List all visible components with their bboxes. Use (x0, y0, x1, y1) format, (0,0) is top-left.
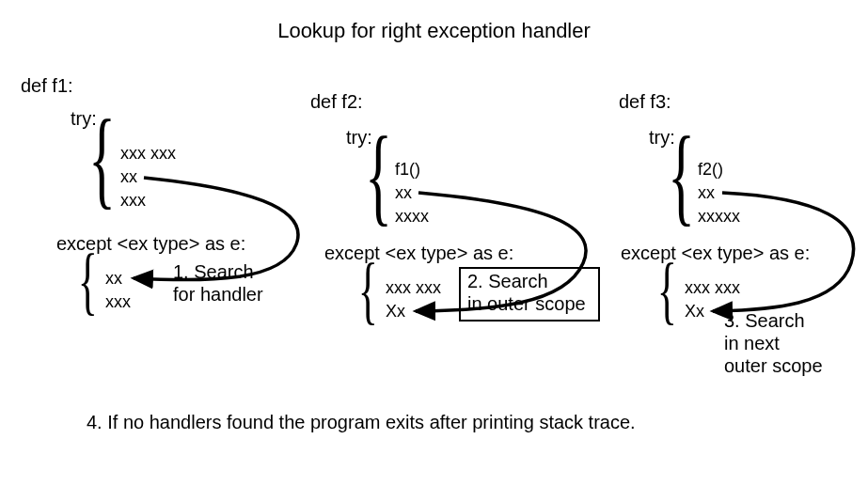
f1-try-line-2: xx (120, 167, 137, 187)
f2-try-line-2: xx (395, 183, 412, 203)
annotation-3-line-3: outer scope (724, 355, 823, 377)
f1-try-line-3: xxx (120, 191, 146, 211)
annotation-3-line-1: 3. Search (724, 310, 805, 332)
f1-try-line-1: xxx xxx (120, 144, 176, 164)
f2-except-line-2: Xx (386, 302, 405, 322)
f1-def: def f1: (21, 75, 73, 97)
annotation-2-line-2: in outer scope (467, 293, 586, 315)
f3-try-line-1: f2() (698, 160, 723, 180)
annotation-1-line-2: for handler (173, 284, 263, 306)
brace-icon: { (365, 113, 392, 238)
annotation-2-line-1: 2. Search (467, 271, 548, 292)
f3-def: def f3: (619, 91, 671, 113)
f3-except-line-2: Xx (685, 302, 704, 322)
f2-except-line-1: xxx xxx (386, 278, 441, 298)
f2-except: except <ex type> as e: (324, 243, 513, 264)
f3-try-line-2: xx (698, 183, 715, 203)
brace-icon: { (358, 247, 378, 333)
f2-def: def f2: (310, 91, 363, 113)
f3-except: except <ex type> as e: (621, 243, 810, 264)
f2-try-line-1: f1() (395, 160, 420, 180)
brace-icon: { (657, 247, 677, 333)
f3-except-line-1: xxx xxx (685, 278, 740, 298)
footer-note: 4. If no handlers found the program exit… (87, 412, 636, 433)
annotation-3-line-2: in next (724, 333, 780, 354)
f2-try-line-3: xxxx (395, 207, 429, 227)
brace-icon: { (88, 96, 116, 221)
brace-icon: { (668, 113, 695, 238)
f3-try-line-3: xxxxx (698, 207, 740, 227)
brace-icon: { (78, 238, 98, 323)
f1-except-line-2: xxx (105, 292, 131, 312)
annotation-1-line-1: 1. Search (173, 261, 254, 283)
f1-except-line-1: xx (105, 269, 122, 289)
diagram-title: Lookup for right exception handler (0, 19, 868, 43)
